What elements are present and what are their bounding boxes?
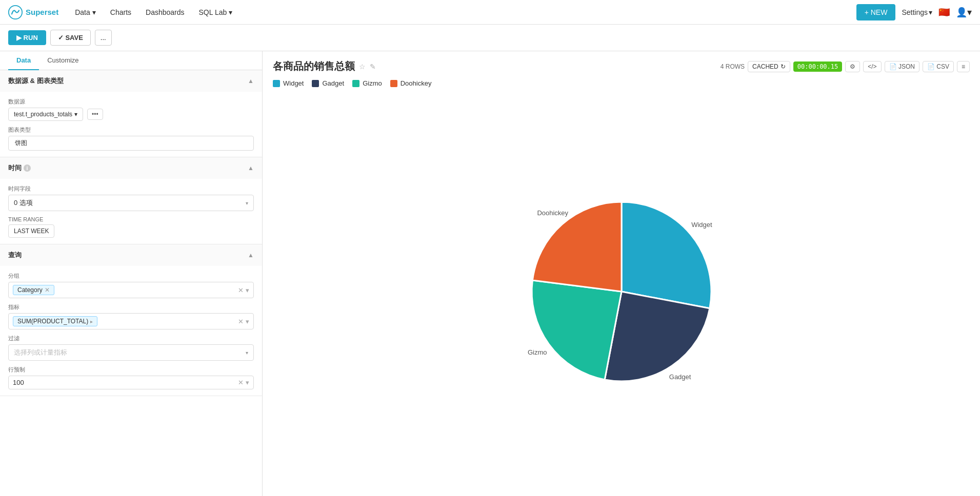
groupby-remove-icon[interactable]: ✕: [45, 286, 50, 294]
nav-dashboards[interactable]: Dashboards: [139, 5, 191, 19]
datasource-more-options[interactable]: •••: [87, 109, 103, 120]
legend-color: [312, 80, 319, 87]
pie-chart-svg: WidgetGadgetGizmoDoohickey: [524, 194, 719, 389]
tab-data[interactable]: Data: [8, 51, 39, 70]
filter-button[interactable]: ⚙: [845, 61, 860, 72]
right-panel: 各商品的销售总额 ☆ ✎ 4 ROWS CACHED ↻ 00:00:00.15…: [263, 51, 980, 496]
chart-legend: WidgetGadgetGizmoDoohickey: [263, 77, 980, 87]
legend-label: Gadget: [322, 79, 344, 87]
legend-label: Widget: [283, 79, 304, 87]
filter-selector[interactable]: 选择列或计量指标 ▾: [8, 344, 254, 361]
json-button[interactable]: 📄 JSON: [885, 61, 919, 72]
refresh-icon: ↻: [781, 63, 786, 70]
filter-placeholder: 选择列或计量指标: [14, 348, 67, 357]
chart-title-area: 各商品的销售总额 ☆ ✎: [273, 59, 376, 73]
datasource-label: 数据源: [8, 98, 254, 106]
pie-label-doohickey: Doohickey: [537, 209, 568, 217]
chart-type-selector[interactable]: 饼图: [8, 136, 254, 151]
pie-slice-gadget[interactable]: [605, 292, 710, 381]
time-range-label: TIME RANGE: [8, 216, 254, 222]
settings-menu[interactable]: Settings ▾: [902, 8, 932, 16]
tab-customize[interactable]: Customize: [39, 51, 87, 70]
groupby-tag: Category ✕: [13, 285, 54, 295]
rowlimit-expand-icon[interactable]: ▾: [246, 379, 249, 386]
run-button[interactable]: ▶ RUN: [8, 30, 46, 45]
chart-area: WidgetGadgetGizmoDoohickey: [263, 87, 980, 496]
nav-data[interactable]: Data ▾: [69, 5, 102, 19]
rowlimit-field[interactable]: 100 ✕ ▾: [8, 376, 254, 389]
metric-tag: SUM(PRODUCT_TOTAL) ▸: [13, 316, 97, 326]
legend-item: Gizmo: [352, 79, 382, 87]
editor-toolbar: ▶ RUN ✓ SAVE ...: [0, 25, 980, 51]
groupby-field-actions: ✕ ▾: [238, 286, 249, 294]
top-navigation: Superset Data ▾ Charts Dashboards SQL La…: [0, 0, 980, 25]
legend-item: Gadget: [312, 79, 344, 87]
time-field-arrow-icon: ▾: [246, 200, 248, 206]
save-button[interactable]: ✓ SAVE: [50, 30, 91, 46]
groupby-label: 分组: [8, 272, 254, 280]
chart-actions: 4 ROWS CACHED ↻ 00:00:00.15 ⚙ </> 📄 JSON…: [721, 61, 970, 72]
user-menu[interactable]: 👤▾: [956, 7, 972, 18]
edit-icon[interactable]: ✎: [370, 63, 376, 71]
datasource-section-body: 数据源 test.t_products_totals ▾ ••• 图表类型 饼图: [0, 92, 262, 157]
pie-slice-widget[interactable]: [622, 202, 711, 308]
groupby-clear-icon[interactable]: ✕: [238, 286, 244, 294]
legend-item: Widget: [273, 79, 304, 87]
main-layout: Data Customize 数据源 & 图表类型 ▲ 数据源 test.t_p…: [0, 51, 980, 496]
more-options-button[interactable]: ...: [95, 30, 112, 46]
groupby-field[interactable]: Category ✕ ✕ ▾: [8, 282, 254, 298]
rowlimit-clear-icon[interactable]: ✕: [238, 379, 244, 386]
time-section-header[interactable]: 时间 i ▲: [0, 157, 262, 179]
pie-label-widget: Widget: [691, 221, 712, 229]
datasource-selector[interactable]: test.t_products_totals ▾: [8, 108, 83, 121]
query-section-header[interactable]: 查询 ▲: [0, 244, 262, 266]
more-button[interactable]: ≡: [957, 61, 970, 72]
nav-links: Data ▾ Charts Dashboards SQL Lab ▾: [69, 5, 856, 19]
nav-sql-lab[interactable]: SQL Lab ▾: [193, 5, 239, 19]
metric-clear-icon[interactable]: ✕: [238, 318, 244, 325]
cached-badge[interactable]: CACHED ↻: [748, 61, 790, 72]
nav-charts[interactable]: Charts: [104, 5, 137, 19]
datasource-chevron-icon: ▲: [248, 77, 254, 85]
legend-item: Doohickey: [390, 79, 432, 87]
new-button[interactable]: + NEW: [856, 4, 896, 20]
pie-slice-gizmo[interactable]: [532, 280, 622, 380]
nav-right: + NEW Settings ▾ 🇨🇳 👤▾: [856, 4, 972, 20]
groupby-expand-icon[interactable]: ▾: [246, 286, 249, 294]
chart-title: 各商品的销售总额: [273, 59, 355, 73]
metric-field[interactable]: SUM(PRODUCT_TOTAL) ▸ ✕ ▾: [8, 313, 254, 329]
pie-label-gadget: Gadget: [669, 373, 691, 381]
legend-color: [390, 80, 397, 87]
charttype-label: 图表类型: [8, 126, 254, 134]
metric-field-actions: ✕ ▾: [238, 318, 249, 325]
csv-button[interactable]: 📄 CSV: [923, 61, 954, 72]
star-icon[interactable]: ☆: [359, 63, 366, 71]
pie-label-gizmo: Gizmo: [527, 348, 547, 356]
language-flag[interactable]: 🇨🇳: [938, 7, 950, 18]
query-chevron-icon: ▲: [248, 252, 254, 259]
time-info-icon: i: [24, 164, 31, 172]
time-range-selector[interactable]: LAST WEEK: [8, 224, 54, 238]
time-section-title-row: 时间 i: [8, 163, 31, 173]
filter-arrow-icon: ▾: [246, 350, 248, 356]
datasource-section-header[interactable]: 数据源 & 图表类型 ▲: [0, 70, 262, 92]
code-button[interactable]: </>: [863, 61, 881, 72]
rowlimit-label: 行预制: [8, 366, 254, 374]
datasource-row: test.t_products_totals ▾ •••: [8, 108, 254, 121]
time-field-selector[interactable]: 0 选项 ▾: [8, 195, 254, 211]
panel-tabs: Data Customize: [0, 51, 262, 70]
app-logo[interactable]: Superset: [8, 5, 58, 19]
legend-label: Gizmo: [363, 79, 382, 87]
chart-header: 各商品的销售总额 ☆ ✎ 4 ROWS CACHED ↻ 00:00:00.15…: [263, 51, 980, 77]
datasource-section: 数据源 & 图表类型 ▲ 数据源 test.t_products_totals …: [0, 70, 262, 157]
chart-title-icons: ☆ ✎: [359, 63, 376, 71]
query-section-body: 分组 Category ✕ ✕ ▾ 指标 SUM(PRODUCT_TOTAL): [0, 266, 262, 396]
metric-arrow-icon: ▸: [90, 319, 93, 324]
time-chevron-icon: ▲: [248, 164, 254, 172]
query-section: 查询 ▲ 分组 Category ✕ ✕ ▾ 指标: [0, 244, 262, 396]
left-panel: Data Customize 数据源 & 图表类型 ▲ 数据源 test.t_p…: [0, 51, 263, 496]
metric-expand-icon[interactable]: ▾: [246, 318, 249, 325]
legend-color: [273, 80, 280, 87]
rowlimit-controls: ✕ ▾: [238, 379, 249, 386]
metric-label: 指标: [8, 303, 254, 311]
